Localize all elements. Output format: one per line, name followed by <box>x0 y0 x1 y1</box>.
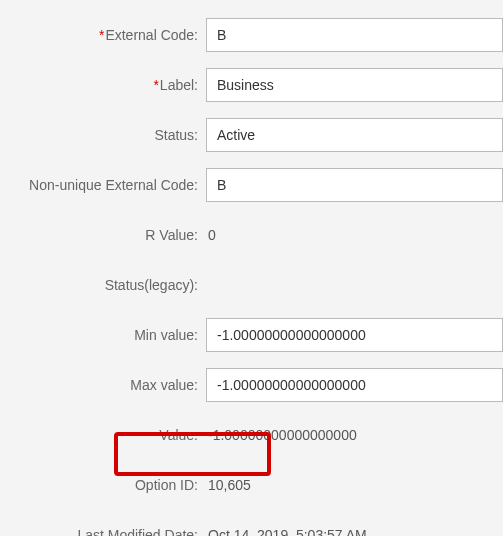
row-max-value: Max value: <box>0 368 503 402</box>
row-label: *Label: <box>0 68 503 102</box>
row-status: Status: <box>0 118 503 152</box>
required-marker: * <box>99 27 104 43</box>
label-non-unique-external-code: Non-unique External Code: <box>0 177 206 193</box>
status-input[interactable] <box>206 118 503 152</box>
label-option-id: Option ID: <box>0 477 206 493</box>
row-non-unique-external-code: Non-unique External Code: <box>0 168 503 202</box>
required-marker: * <box>153 77 158 93</box>
label-last-modified-date: Last Modified Date: <box>0 527 206 536</box>
row-last-modified-date: Last Modified Date: Oct 14, 2019, 5:03:5… <box>0 518 503 536</box>
min-value-input[interactable] <box>206 318 503 352</box>
label-value: Value: <box>0 427 206 443</box>
r-value-value: 0 <box>206 227 216 243</box>
row-status-legacy: Status(legacy): <box>0 268 503 302</box>
max-value-input[interactable] <box>206 368 503 402</box>
option-id-value: 10,605 <box>206 477 251 493</box>
form: *External Code: *Label: Status: Non-uniq… <box>0 0 503 536</box>
label-label: *Label: <box>0 77 206 93</box>
row-option-id: Option ID: 10,605 <box>0 468 503 502</box>
label-status-legacy: Status(legacy): <box>0 277 206 293</box>
label-status: Status: <box>0 127 206 143</box>
row-min-value: Min value: <box>0 318 503 352</box>
row-external-code: *External Code: <box>0 18 503 52</box>
label-external-code: *External Code: <box>0 27 206 43</box>
row-value: Value: -1.00000000000000000 <box>0 418 503 452</box>
label-min-value: Min value: <box>0 327 206 343</box>
label-input[interactable] <box>206 68 503 102</box>
value-value: -1.00000000000000000 <box>206 427 357 443</box>
label-r-value: R Value: <box>0 227 206 243</box>
row-r-value: R Value: 0 <box>0 218 503 252</box>
last-modified-date-value: Oct 14, 2019, 5:03:57 AM <box>206 527 367 536</box>
external-code-input[interactable] <box>206 18 503 52</box>
label-max-value: Max value: <box>0 377 206 393</box>
non-unique-external-code-input[interactable] <box>206 168 503 202</box>
